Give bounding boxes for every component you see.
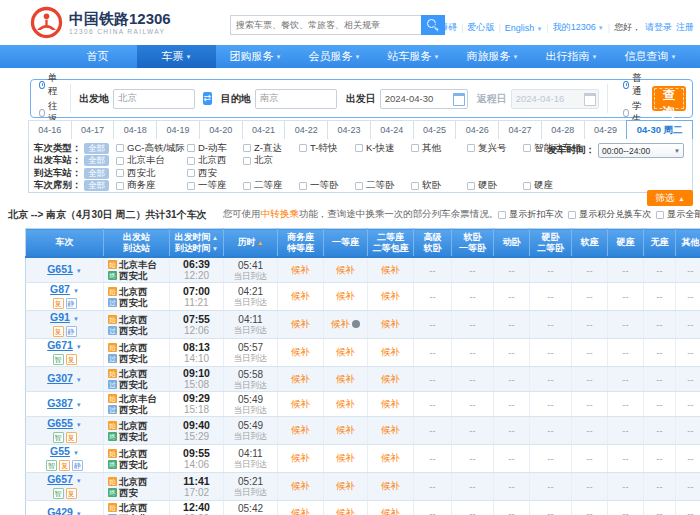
- filter-option-一等卧[interactable]: 一等卧: [299, 179, 355, 192]
- filter-option-北京丰台[interactable]: 北京丰台: [116, 154, 187, 167]
- seat-availability[interactable]: 候补: [331, 318, 350, 329]
- date-tab-04-29[interactable]: 04-29: [584, 120, 628, 140]
- seat-availability[interactable]: 候补: [381, 452, 400, 463]
- link-my12306[interactable]: 我的12306▼: [553, 21, 604, 34]
- query-submit-button[interactable]: 查询: [652, 86, 686, 111]
- filter-option-硬卧[interactable]: 硬卧: [467, 179, 523, 192]
- nav-item-信息查询[interactable]: 信息查询▼: [611, 45, 690, 68]
- date-tab-04-28[interactable]: 04-28: [541, 120, 585, 140]
- nav-item-首页[interactable]: 首页: [58, 45, 137, 68]
- filter-option-其他[interactable]: 其他: [411, 142, 467, 155]
- header-col-3[interactable]: 历时▲: [224, 229, 278, 258]
- date-tab-04-16[interactable]: 04-16: [28, 120, 72, 140]
- expand-caret-icon[interactable]: ▼: [73, 450, 79, 456]
- date-tab-04-27[interactable]: 04-27: [498, 120, 542, 140]
- seat-availability[interactable]: 候补: [336, 507, 355, 515]
- train-number-link[interactable]: G429: [47, 506, 73, 515]
- seat-availability[interactable]: 候补: [381, 318, 400, 329]
- date-tab-04-26[interactable]: 04-26: [455, 120, 499, 140]
- seat-availability[interactable]: 候补: [336, 452, 355, 463]
- link-english[interactable]: English▼: [505, 23, 542, 33]
- link-accessibility[interactable]: 无障碍: [430, 21, 457, 34]
- sort-icon[interactable]: ▼: [212, 245, 218, 252]
- sort-icon[interactable]: ▲: [212, 234, 218, 241]
- login-link[interactable]: 请登录: [645, 21, 672, 34]
- seat-availability[interactable]: 候补: [291, 373, 310, 384]
- train-number-link[interactable]: G55: [50, 445, 70, 457]
- register-link[interactable]: 注册: [676, 21, 694, 34]
- expand-caret-icon[interactable]: ▼: [76, 422, 82, 428]
- filter-option-西安北[interactable]: 西安北: [116, 167, 187, 180]
- seat-availability[interactable]: 候补: [291, 290, 310, 301]
- date-tab-04-23[interactable]: 04-23: [327, 120, 371, 140]
- train-number-link[interactable]: G307: [47, 372, 73, 384]
- expand-caret-icon[interactable]: ▼: [73, 316, 79, 322]
- seat-availability[interactable]: 候补: [381, 424, 400, 435]
- seat-availability[interactable]: 候补: [336, 424, 355, 435]
- seat-availability[interactable]: 候补: [291, 398, 310, 409]
- seat-availability[interactable]: 候补: [291, 452, 310, 463]
- filter-option-硬座[interactable]: 硬座: [523, 179, 579, 192]
- date-tab-04-22[interactable]: 04-22: [284, 120, 328, 140]
- seat-availability[interactable]: 候补: [291, 480, 310, 491]
- calendar-icon[interactable]: [453, 93, 465, 106]
- seat-availability[interactable]: 候补: [291, 507, 310, 515]
- filter-option-二等卧[interactable]: 二等卧: [355, 179, 411, 192]
- filter-option-二等座[interactable]: 二等座: [243, 179, 299, 192]
- date-tab-04-19[interactable]: 04-19: [156, 120, 200, 140]
- seat-availability[interactable]: 候补: [381, 507, 400, 515]
- seat-availability[interactable]: 候补: [381, 346, 400, 357]
- train-number-link[interactable]: G655: [47, 417, 73, 429]
- seat-availability[interactable]: 候补: [336, 346, 355, 357]
- display-option-显示全部可预订车次[interactable]: 显示全部可预订车次: [656, 208, 700, 221]
- date-tab-04-24[interactable]: 04-24: [370, 120, 414, 140]
- filter-option-复兴号[interactable]: 复兴号: [467, 142, 523, 155]
- collapse-filter-button[interactable]: 筛选▲: [647, 190, 693, 206]
- date-tab-04-25[interactable]: 04-25: [413, 120, 457, 140]
- nav-item-站车服务[interactable]: 站车服务▼: [374, 45, 453, 68]
- seat-availability[interactable]: 候补: [336, 398, 355, 409]
- to-input[interactable]: [255, 89, 337, 109]
- filter-option-北京西[interactable]: 北京西: [187, 154, 243, 167]
- filter-all-badge[interactable]: 全部: [84, 180, 109, 191]
- filter-option-商务座[interactable]: 商务座: [116, 179, 187, 192]
- filter-option-K-快速[interactable]: K-快速: [355, 142, 411, 155]
- date-tab-04-20[interactable]: 04-20: [199, 120, 243, 140]
- filter-option-北京[interactable]: 北京: [243, 154, 299, 167]
- train-number-link[interactable]: G91: [50, 311, 70, 323]
- seat-availability[interactable]: 候补: [381, 290, 400, 301]
- search-input[interactable]: [230, 15, 421, 35]
- nav-item-会员服务[interactable]: 会员服务▼: [295, 45, 374, 68]
- transfer-link[interactable]: 中转换乘: [261, 208, 299, 219]
- filter-all-badge[interactable]: 全部: [84, 168, 109, 179]
- expand-caret-icon[interactable]: ▼: [76, 478, 82, 484]
- seat-availability[interactable]: 候补: [381, 398, 400, 409]
- expand-caret-icon[interactable]: ▼: [76, 402, 82, 408]
- filter-option-西安[interactable]: 西安: [187, 167, 243, 180]
- date-tab-04-21[interactable]: 04-21: [242, 120, 286, 140]
- seat-availability[interactable]: 候补: [291, 318, 310, 329]
- from-input[interactable]: [113, 89, 195, 109]
- info-icon[interactable]: [352, 320, 360, 328]
- sort-icon[interactable]: ▲: [257, 239, 263, 246]
- expand-caret-icon[interactable]: ▼: [76, 377, 82, 383]
- link-care-version[interactable]: 爱心版: [468, 21, 495, 34]
- seat-availability[interactable]: 候补: [291, 424, 310, 435]
- train-number-link[interactable]: G671: [47, 339, 73, 351]
- filter-option-GC-高铁/城际[interactable]: GC-高铁/城际: [116, 142, 187, 155]
- seat-availability[interactable]: 候补: [291, 346, 310, 357]
- date-tab-04-18[interactable]: 04-18: [113, 120, 157, 140]
- expand-caret-icon[interactable]: ▼: [76, 344, 82, 350]
- header-col-2[interactable]: 出发时间▲到达时间▼: [170, 229, 224, 258]
- depart-time-select[interactable]: 00:00--24:00▼: [598, 143, 684, 158]
- seat-availability[interactable]: 候补: [336, 264, 355, 275]
- seat-availability[interactable]: 候补: [291, 264, 310, 275]
- nav-item-出行指南[interactable]: 出行指南▼: [532, 45, 611, 68]
- filter-option-一等座[interactable]: 一等座: [187, 179, 243, 192]
- train-number-link[interactable]: G87: [50, 283, 70, 295]
- train-number-link[interactable]: G387: [47, 397, 73, 409]
- nav-item-团购服务[interactable]: 团购服务▼: [216, 45, 295, 68]
- seat-availability[interactable]: 候补: [381, 373, 400, 384]
- type-normal-radio[interactable]: 普通: [623, 72, 644, 98]
- train-number-link[interactable]: G657: [47, 473, 73, 485]
